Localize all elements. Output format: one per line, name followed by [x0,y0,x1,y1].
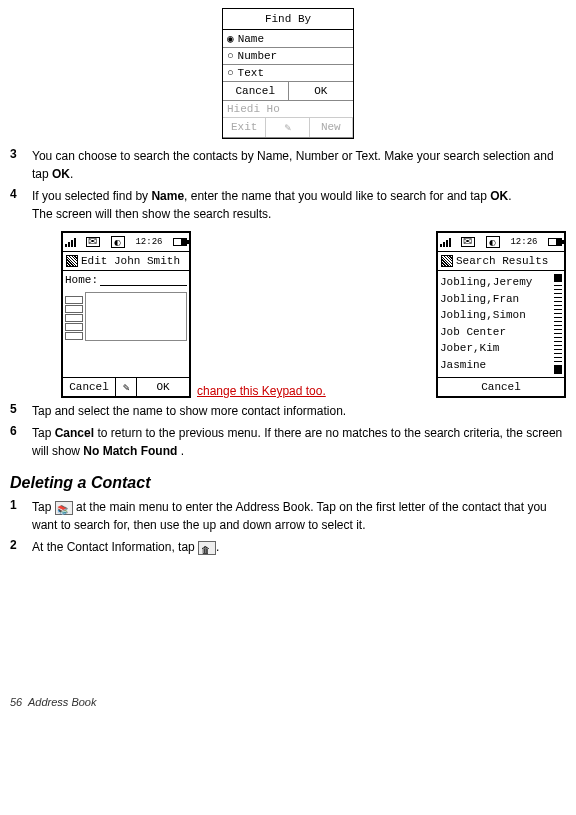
globe-icon [111,236,125,248]
text: . [70,167,73,181]
popup-option-number[interactable]: ○ Number [223,48,353,65]
text: at the main menu to enter the Address Bo… [32,500,547,532]
step-number: 6 [10,424,20,460]
home-input[interactable] [100,274,187,286]
list-item[interactable]: Jobling,Fran [440,291,553,308]
scroll-up-icon[interactable] [554,274,562,282]
text: . [508,189,511,203]
pen-icon [281,121,293,133]
envelope-icon [461,237,475,247]
text: You can choose to search the contacts by… [32,149,554,181]
scroll-down-icon[interactable] [554,366,562,374]
page-number: 56 [10,696,22,708]
radio-empty-icon: ○ [227,67,234,79]
ok-button[interactable]: OK [289,82,354,100]
screens-row: 12:26 Edit John Smith Home: Cancel OK [10,231,566,398]
option-label: Text [238,67,264,79]
option-label: Name [238,33,264,45]
results-body: Jobling,Jeremy Jobling,Fran Jobling,Simo… [438,271,564,377]
footer: 56 Address Book [10,696,566,708]
text: The screen will then show the search res… [32,207,271,221]
popup-option-text[interactable]: ○ Text [223,65,353,82]
text: At the Contact Information, tap [32,540,198,554]
cancel-button[interactable]: Cancel [438,378,564,396]
footer-title: Address Book [28,696,96,708]
edit-screen: 12:26 Edit John Smith Home: Cancel OK [61,231,191,398]
cancel-button[interactable]: Cancel [63,378,116,396]
step-body: Tap at the main menu to enter the Addres… [32,498,566,534]
radio-filled-icon: ◉ [227,32,234,45]
popup-option-name[interactable]: ◉ Name [223,30,353,48]
list-item[interactable]: Job Center [440,324,553,341]
list-item[interactable]: Jober,Kim [440,340,553,357]
status-bar: 12:26 [438,233,564,252]
step-body: Tap and select the name to show more con… [32,402,566,420]
text-area[interactable] [85,292,187,341]
screen-body: Home: [63,271,189,377]
pen-icon [120,381,132,393]
pen-button [266,118,309,137]
step-4: 4 If you selected find by Name, enter th… [10,187,566,223]
annotation: change this Keypad too. [197,384,326,398]
screen-title: Search Results [438,252,564,271]
step-3: 3 You can choose to search the contacts … [10,147,566,183]
clock: 12:26 [135,237,162,247]
ok-text: OK [52,167,70,181]
step-5: 5 Tap and select the name to show more c… [10,402,566,420]
step-6: 6 Tap Cancel to return to the previous m… [10,424,566,460]
exit-button: Exit [223,118,266,137]
step-number: 3 [10,147,20,183]
book-icon [55,501,73,515]
section-heading: Deleting a Contact [10,474,566,492]
signal-icon [65,238,76,247]
step-number: 1 [10,498,20,534]
radio-empty-icon: ○ [227,50,234,62]
list-item[interactable]: Jobling,Simon [440,307,553,324]
battery-icon [548,238,562,246]
bottom-buttons: Cancel OK [63,377,189,396]
pen-button[interactable] [116,378,137,396]
clock: 12:26 [510,237,537,247]
text: . [216,540,219,554]
screen-title: Edit John Smith [63,252,189,271]
ok-button[interactable]: OK [137,378,189,396]
step-number: 2 [10,538,20,556]
cancel-button[interactable]: Cancel [223,82,289,100]
trash-icon [198,541,216,555]
bottom-buttons: Cancel [438,377,564,396]
title-icon [441,255,453,267]
step-body: You can choose to search the contacts by… [32,147,566,183]
list-item[interactable]: Jasmine [440,357,553,374]
text: If you selected find by [32,189,151,203]
scrollbar[interactable] [553,274,562,374]
new-button: New [310,118,353,137]
battery-icon [173,238,187,246]
title-text: Edit John Smith [81,255,180,267]
title-text: Search Results [456,255,548,267]
faded-buttons: Exit New [223,118,353,138]
globe-icon [486,236,500,248]
name-bold: Name [151,189,184,203]
find-by-popup: Find By ◉ Name ○ Number ○ Text Cancel OK… [222,8,354,139]
step-body: At the Contact Information, tap . [32,538,566,556]
step-body: Tap Cancel to return to the previous men… [32,424,566,460]
step-2: 2 At the Contact Information, tap . [10,538,566,556]
cancel-bold: Cancel [55,426,94,440]
home-label: Home: [65,274,98,286]
envelope-icon [86,237,100,247]
step-body: If you selected find by Name, enter the … [32,187,566,223]
step-number: 4 [10,187,20,223]
text: , enter the name that you would like to … [184,189,490,203]
ok-text: OK [490,189,508,203]
step-1: 1 Tap at the main menu to enter the Addr… [10,498,566,534]
keypad-sidebar[interactable] [65,296,83,341]
option-label: Number [238,50,278,62]
faded-row: Hiedi Ho [223,101,353,118]
text: Tap [32,426,55,440]
title-icon [66,255,78,267]
text: Tap [32,500,55,514]
popup-title: Find By [223,9,353,30]
status-bar: 12:26 [63,233,189,252]
list-item[interactable]: Jobling,Jeremy [440,274,553,291]
step-number: 5 [10,402,20,420]
